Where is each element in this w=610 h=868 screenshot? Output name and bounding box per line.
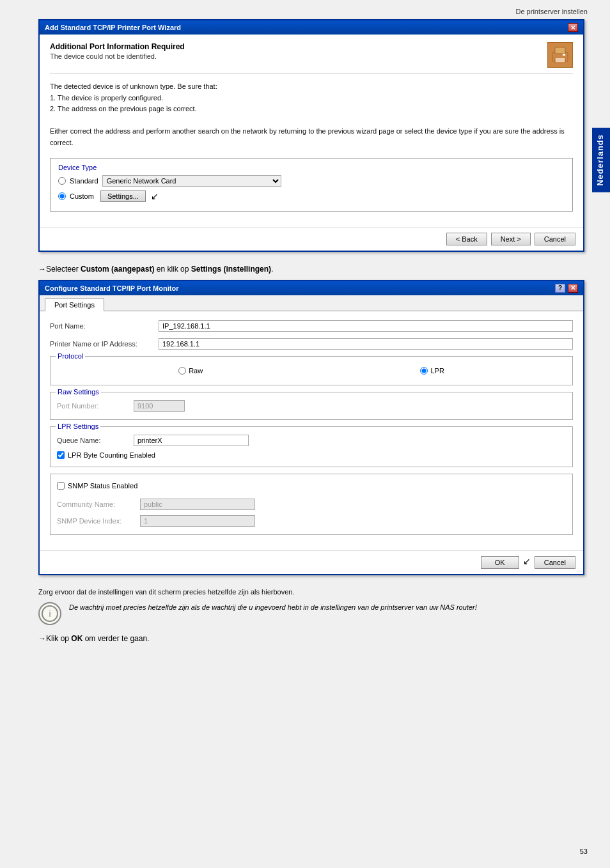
- queue-name-row: Queue Name:: [57, 432, 566, 449]
- cursor-indicator: ↙: [151, 191, 159, 201]
- lpr-radio[interactable]: [420, 367, 428, 375]
- ip-address-input[interactable]: [159, 338, 573, 350]
- snmp-index-input[interactable]: [140, 515, 255, 527]
- svg-rect-1: [555, 47, 565, 54]
- info-text: De wachtrij moet precies hetzelfde zijn …: [69, 602, 477, 614]
- port-name-input[interactable]: [159, 320, 573, 332]
- device-type-label: Device Type: [58, 164, 565, 171]
- wizard-title: Add Standard TCP/IP Printer Port Wizard: [45, 24, 181, 31]
- device-type-section: Device Type Standard Generic Network Car…: [50, 158, 573, 212]
- lpr-byte-row: LPR Byte Counting Enabled: [57, 449, 566, 461]
- snmp-checkbox[interactable]: [57, 482, 65, 490]
- wizard-header-subtitle: The device could not be identified.: [50, 52, 185, 60]
- configure-titlebar: Configure Standard TCP/IP Port Monitor ?…: [40, 281, 583, 295]
- configure-content: Port Name: Printer Name or IP Address: P…: [40, 311, 583, 550]
- port-number-input[interactable]: [134, 400, 185, 412]
- standard-radio[interactable]: [58, 177, 66, 185]
- lpr-byte-checkbox[interactable]: [57, 451, 65, 459]
- bottom-section: Zorg ervoor dat de instellingen van dit …: [38, 588, 584, 643]
- wizard-titlebar: Add Standard TCP/IP Printer Port Wizard …: [40, 20, 583, 35]
- raw-radio-label: Raw: [178, 367, 203, 375]
- configure-buttons: OK ↙ Cancel: [40, 550, 583, 574]
- bottom-text: Zorg ervoor dat de instellingen van dit …: [38, 588, 584, 596]
- configure-help-button[interactable]: ?: [555, 284, 565, 293]
- protocol-section: Protocol Raw LPR: [50, 356, 573, 385]
- lpr-byte-label: LPR Byte Counting Enabled: [68, 451, 155, 459]
- port-number-row: Port Number:: [57, 398, 566, 414]
- lpr-settings-section: LPR Settings Queue Name: LPR Byte Counti…: [50, 426, 573, 467]
- community-row: Community Name:: [57, 496, 566, 513]
- snmp-section: SNMP Status Enabled Community Name: SNMP…: [50, 474, 573, 535]
- standard-radio-row: Standard Generic Network Card: [58, 175, 565, 187]
- configure-cancel-button[interactable]: Cancel: [535, 556, 575, 569]
- snmp-index-row: SNMP Device Index:: [57, 513, 566, 529]
- ok-cursor-indicator: ↙: [523, 556, 531, 569]
- top-right-label: De printserver instellen: [516, 8, 588, 15]
- ip-address-row: Printer Name or IP Address:: [50, 338, 573, 350]
- printer-icon: [547, 42, 573, 68]
- wizard-dialog: Add Standard TCP/IP Printer Port Wizard …: [38, 19, 584, 252]
- queue-name-input[interactable]: [134, 435, 249, 446]
- info-box: i De wachtrij moet precies hetzelfde zij…: [38, 602, 584, 625]
- protocol-legend: Protocol: [56, 352, 85, 360]
- back-button[interactable]: < Back: [446, 233, 487, 245]
- next-button[interactable]: Next >: [491, 233, 531, 245]
- snmp-label: SNMP Status Enabled: [68, 482, 137, 490]
- protocol-row: Raw LPR: [57, 362, 566, 380]
- community-label: Community Name:: [57, 500, 140, 508]
- port-name-label: Port Name:: [50, 322, 159, 330]
- wizard-close-button[interactable]: ✕: [568, 23, 578, 32]
- snmp-index-label: SNMP Device Index:: [57, 517, 140, 525]
- lpr-radio-label: LPR: [420, 367, 444, 375]
- port-name-row: Port Name:: [50, 320, 573, 332]
- raw-settings-legend: Raw Settings: [56, 388, 101, 396]
- standard-label: Standard: [70, 177, 98, 185]
- raw-radio[interactable]: [178, 367, 186, 375]
- port-settings-tab[interactable]: Port Settings: [45, 298, 104, 311]
- community-input[interactable]: [140, 499, 255, 510]
- arrow-instruction-1: →Selecteer Custom (aangepast) en klik op…: [38, 265, 584, 274]
- svg-rect-3: [563, 54, 565, 56]
- tab-bar: Port Settings: [40, 295, 583, 311]
- queue-name-label: Queue Name:: [57, 437, 134, 444]
- snmp-checkbox-row: SNMP Status Enabled: [57, 479, 566, 492]
- info-icon: i: [38, 602, 61, 625]
- configure-title: Configure Standard TCP/IP Port Monitor: [45, 284, 178, 292]
- lpr-settings-legend: LPR Settings: [56, 422, 100, 430]
- custom-label: Custom: [70, 192, 94, 200]
- language-tab: Nederlands: [592, 128, 610, 192]
- ok-button[interactable]: OK: [481, 556, 519, 569]
- svg-rect-2: [555, 58, 565, 63]
- wizard-header-title: Additional Port Information Required: [50, 42, 185, 51]
- click-instruction: →Klik op OK om verder te gaan.: [38, 634, 584, 643]
- custom-radio[interactable]: [58, 192, 66, 200]
- standard-dropdown[interactable]: Generic Network Card: [102, 175, 281, 187]
- svg-text:i: i: [49, 608, 51, 619]
- raw-settings-section: Raw Settings Port Number:: [50, 392, 573, 420]
- wizard-body: The detected device is of unknown type. …: [50, 81, 573, 149]
- ip-address-label: Printer Name or IP Address:: [50, 340, 159, 348]
- port-number-label: Port Number:: [57, 402, 134, 410]
- configure-dialog: Configure Standard TCP/IP Port Monitor ?…: [38, 280, 584, 575]
- custom-radio-row: Custom Settings... ↙: [58, 190, 565, 202]
- wizard-buttons: < Back Next > Cancel: [40, 227, 583, 251]
- configure-close-button[interactable]: ✕: [568, 284, 578, 293]
- page-number: 53: [580, 848, 588, 855]
- cancel-button[interactable]: Cancel: [535, 233, 575, 245]
- settings-button[interactable]: Settings...: [100, 190, 146, 202]
